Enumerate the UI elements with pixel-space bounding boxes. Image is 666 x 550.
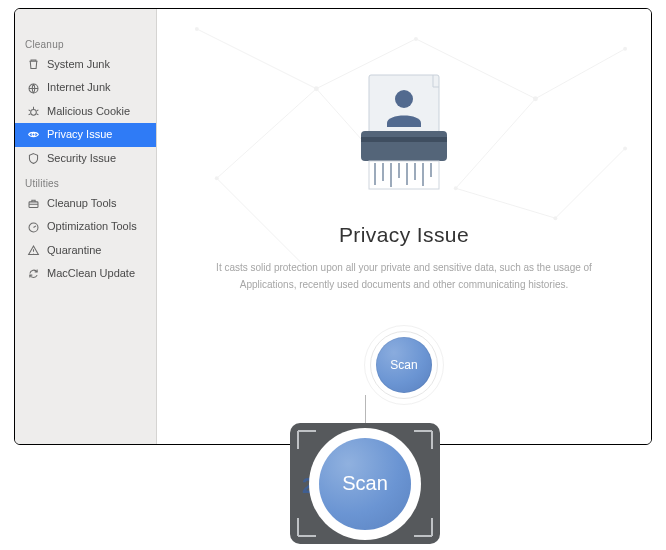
svg-line-13 bbox=[217, 89, 317, 179]
sidebar-item-privacy-issue[interactable]: Privacy Issue bbox=[15, 123, 156, 146]
sidebar-item-update[interactable]: MacClean Update bbox=[15, 262, 156, 285]
svg-line-15 bbox=[555, 148, 625, 218]
sidebar-item-label: Privacy Issue bbox=[47, 127, 112, 142]
sidebar-section-utilities: Utilities bbox=[15, 170, 156, 192]
scan-ring-inner bbox=[370, 331, 438, 399]
sidebar-item-malicious-cookie[interactable]: Malicious Cookie bbox=[15, 100, 156, 123]
globe-icon bbox=[27, 82, 40, 95]
sidebar-item-internet-junk[interactable]: Internet Junk bbox=[15, 76, 156, 99]
scan-button-magnified-label: Scan bbox=[342, 472, 388, 495]
svg-point-19 bbox=[414, 37, 418, 41]
sidebar-item-security-issue[interactable]: Security Issue bbox=[15, 147, 156, 170]
svg-line-14 bbox=[217, 178, 307, 268]
callout-connector bbox=[365, 395, 366, 425]
svg-point-2 bbox=[32, 133, 35, 136]
sidebar-item-system-junk[interactable]: System Junk bbox=[15, 53, 156, 76]
refresh-icon bbox=[27, 267, 40, 280]
shield-icon bbox=[27, 152, 40, 165]
svg-point-27 bbox=[623, 146, 627, 150]
svg-point-18 bbox=[314, 86, 319, 91]
sidebar-item-quarantine[interactable]: Quarantine bbox=[15, 239, 156, 262]
main-panel: Privacy Issue It casts solid protection … bbox=[157, 9, 651, 444]
svg-line-10 bbox=[535, 49, 625, 99]
sidebar-item-label: MacClean Update bbox=[47, 266, 135, 281]
svg-rect-32 bbox=[369, 161, 439, 189]
sidebar-item-label: Optimization Tools bbox=[47, 219, 137, 234]
page-description: It casts solid protection upon all your … bbox=[194, 259, 614, 293]
sidebar-item-label: Quarantine bbox=[47, 243, 101, 258]
gauge-icon bbox=[27, 221, 40, 234]
svg-line-7 bbox=[197, 29, 317, 89]
svg-line-16 bbox=[456, 188, 556, 218]
sidebar-item-label: Security Issue bbox=[47, 151, 116, 166]
svg-rect-31 bbox=[361, 137, 447, 142]
toolbox-icon bbox=[27, 197, 40, 210]
sidebar-item-cleanup-tools[interactable]: Cleanup Tools bbox=[15, 192, 156, 215]
page-title: Privacy Issue bbox=[339, 223, 469, 247]
step-callout: 2 Scan bbox=[290, 423, 440, 544]
svg-point-20 bbox=[533, 96, 538, 101]
sidebar-item-label: System Junk bbox=[47, 57, 110, 72]
svg-rect-30 bbox=[361, 131, 447, 161]
sidebar-item-label: Cleanup Tools bbox=[47, 196, 117, 211]
sidebar-item-label: Malicious Cookie bbox=[47, 104, 130, 119]
privacy-illustration bbox=[339, 73, 469, 193]
sidebar: Cleanup System Junk Internet Junk Malici… bbox=[15, 9, 157, 444]
svg-point-1 bbox=[31, 109, 37, 115]
sidebar-item-optimization-tools[interactable]: Optimization Tools bbox=[15, 215, 156, 238]
sidebar-section-cleanup: Cleanup bbox=[15, 31, 156, 53]
svg-point-17 bbox=[195, 27, 199, 31]
scan-button-magnified[interactable]: Scan bbox=[319, 438, 411, 530]
svg-point-26 bbox=[553, 216, 557, 220]
app-window: Cleanup System Junk Internet Junk Malici… bbox=[14, 8, 652, 445]
trash-icon bbox=[27, 58, 40, 71]
svg-point-21 bbox=[623, 47, 627, 51]
sidebar-item-label: Internet Junk bbox=[47, 80, 111, 95]
bug-icon bbox=[27, 105, 40, 118]
svg-point-24 bbox=[215, 176, 219, 180]
svg-point-29 bbox=[395, 90, 413, 108]
scan-button[interactable]: Scan bbox=[376, 337, 432, 393]
warning-icon bbox=[27, 244, 40, 257]
eye-icon bbox=[27, 128, 40, 141]
